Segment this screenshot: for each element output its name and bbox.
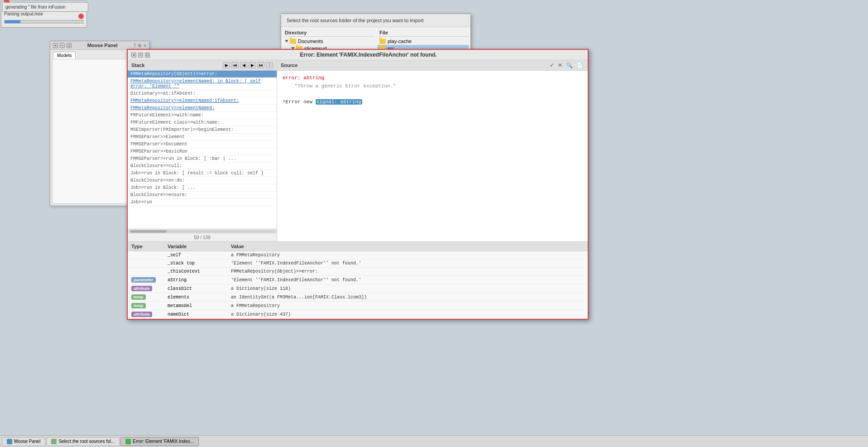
stack-item[interactable]: FMMSEParser>>Document (128, 141, 277, 148)
badge-attr-2: attribute (131, 312, 152, 317)
dir-item-documents[interactable]: Documents (283, 38, 374, 45)
badge-temp-2: temp (131, 303, 146, 308)
error-title: Error: Element 'FAMIX.IndexedFileAnchor'… (153, 52, 584, 58)
stack-scrollbar-thumb[interactable] (130, 230, 167, 233)
taskbar-icon-moose (7, 439, 12, 444)
source-search-btn[interactable]: 🔍 (565, 62, 574, 68)
error-max-btn[interactable]: □ (145, 53, 150, 58)
stack-item[interactable]: FMMetaRepository>>elementNamed: (128, 105, 277, 112)
source-highlight: signal: aString (316, 99, 362, 105)
variables-body: _self a FMMetaRepository _stack top 'Ele… (128, 251, 588, 319)
stack-item[interactable]: BlockClosure>>ensure: (128, 192, 277, 199)
progress-bar-2 (4, 20, 84, 24)
var-row: temp elements an IdentitySet(a FM3Meta..… (128, 293, 588, 302)
var-type: parameter (131, 277, 168, 283)
progress-close-btn-2[interactable] (78, 14, 84, 19)
stack-item[interactable]: Dictionary>>at:ifAbsent: (128, 90, 277, 97)
stack-item[interactable]: BlockClosure>>on:do: (128, 177, 277, 184)
source-panel: Source ✓ ✕ 🔍 📄 error: aString "Throw a g… (277, 60, 588, 241)
error-window: × − □ Error: Element 'FAMIX.IndexedFileA… (127, 49, 589, 320)
taskbar-moose-panel[interactable]: Moose Panel (2, 437, 45, 446)
badge-attr: attribute (131, 286, 152, 291)
stack-prev-btn[interactable]: ◀ (240, 62, 247, 68)
taskbar-error[interactable]: Error: Element 'FAMIX.Index... (120, 437, 199, 446)
variables-table: Type Variable Value _self a FMMetaReposi… (128, 241, 588, 319)
file-header: File (378, 29, 469, 37)
stack-label: Stack (131, 62, 144, 68)
stack-item[interactable]: FMFutureElement class>>with:name: (128, 119, 277, 126)
var-value: a FMMetaRepository (231, 253, 584, 258)
stack-scrollbar-horizontal[interactable] (128, 229, 277, 233)
var-row: _thisContext FMMetaRepository(Object)>>e… (128, 268, 588, 276)
file-item-play-cache[interactable]: play-cache (378, 38, 469, 45)
error-min-btn[interactable]: − (138, 53, 143, 58)
var-row: attribute classDict a Dictionary(size 11… (128, 284, 588, 293)
var-value: an IdentitySet(a FM3Meta...ion[FAMIX.Cla… (231, 295, 584, 300)
desktop: generating " file from inFusion Parsing … (0, 0, 868, 447)
tab-models[interactable]: Models (53, 52, 76, 59)
stack-header: Stack ▶ ⏮ ◀ ▶ ⏭ ⋮ (128, 60, 277, 71)
stack-item[interactable]: FMMSEParser>>basicRun (128, 148, 277, 155)
variables-header: Type Variable Value (128, 242, 588, 251)
error-body: Stack ▶ ⏮ ◀ ▶ ⏭ ⋮ FMMetaRepository(Objec… (128, 60, 588, 241)
stack-more-btn[interactable]: ⋮ (266, 62, 273, 68)
var-value: 'Element ''FAMIX.IndexedFileAnchor'' not… (231, 278, 584, 283)
error-win-buttons: × − □ (131, 53, 150, 58)
moose-max-btn[interactable]: □ (67, 43, 72, 48)
var-name: _thisContext (168, 269, 231, 274)
stack-item[interactable]: Job>>run in Block: [ ... (128, 184, 277, 192)
stack-run-btn[interactable]: ▶ (223, 62, 230, 68)
source-caret: ^Error new (283, 99, 316, 105)
moose-settings-btn[interactable]: ⚙ (138, 43, 142, 48)
moose-min-btn[interactable]: − (60, 43, 65, 48)
stack-panel: Stack ▶ ⏮ ◀ ▶ ⏭ ⋮ FMMetaRepository(Objec… (128, 60, 277, 241)
moose-help-btn[interactable]: ? (134, 43, 136, 48)
source-header: Source ✓ ✕ 🔍 📄 (277, 60, 588, 71)
var-row: parameter aString 'Element ''FAMIX.Index… (128, 276, 588, 284)
stack-item[interactable]: Job>>run in Block: [ result := block cul… (128, 170, 277, 177)
stack-list[interactable]: FMMetaRepository(Object)>>error: FMMetaR… (128, 71, 277, 229)
stack-item[interactable]: MSEImporter(FMImporter)>>beginElement: (128, 126, 277, 134)
var-type: attribute (131, 312, 168, 317)
source-error-text: error: aString (283, 75, 324, 81)
var-value: 'Element ''FAMIX.IndexedFileAnchor'' not… (231, 261, 584, 266)
stack-first-btn[interactable]: ⏮ (231, 62, 239, 68)
dir-header: Directory (283, 29, 374, 37)
expand-arrow (285, 40, 288, 43)
source-line-2: "Throw a generic Error exception." (283, 82, 582, 91)
taskbar-label-error: Error: Element 'FAMIX.Index... (133, 439, 194, 444)
taskbar-file-browser[interactable]: Select the root sources fol... (46, 437, 120, 446)
var-row: attribute nameDict a Dictionary(size 437… (128, 310, 588, 319)
stack-item[interactable]: FMMetaRepository>>elementNamed:ifAbsent: (128, 97, 277, 105)
source-doc-btn[interactable]: 📄 (575, 62, 584, 68)
moose-close-btn[interactable]: × (53, 43, 58, 48)
source-comment-text: "Throw a generic Error exception." (283, 83, 396, 89)
file-folder-icon-1 (379, 39, 386, 44)
var-type: temp (131, 294, 168, 300)
source-label: Source (281, 62, 297, 68)
taskbar-icon-folder (51, 439, 57, 444)
stack-item[interactable]: FMMSEParser>>Element (128, 134, 277, 141)
stack-item[interactable]: FMMetaRepository(Object)>>error: (128, 71, 277, 78)
moose-menu-btn[interactable]: ≡ (144, 43, 146, 48)
stack-item[interactable]: FMMetaRepository>>elementNamed: in Block… (128, 78, 277, 90)
progress-bar-fill-2 (5, 20, 20, 23)
var-col-var-header: Variable (168, 244, 231, 249)
file-browser-title: Select the root sources folder of the pr… (281, 14, 470, 27)
taskbar: Moose Panel Select the root sources fol.… (0, 435, 868, 447)
var-name: nameDict (168, 312, 231, 317)
var-type: attribute (131, 286, 168, 291)
stack-item[interactable]: BlockClosure>>cull: (128, 163, 277, 170)
stack-last-btn[interactable]: ⏭ (257, 62, 264, 68)
stack-item[interactable]: FMFutureElement>>with:name: (128, 112, 277, 119)
source-cancel-btn[interactable]: ✕ (557, 62, 563, 68)
var-name: aString (168, 278, 231, 283)
stack-next-btn[interactable]: ▶ (249, 62, 256, 68)
progress-title: generating " file from inFusion (2, 2, 88, 12)
var-col-val-header: Value (231, 244, 584, 249)
stack-item[interactable]: FMMSEParser>>run in Block: [ :bar | ... (128, 155, 277, 163)
source-accept-btn[interactable]: ✓ (549, 62, 555, 68)
win-buttons: × − □ (53, 43, 72, 48)
stack-item[interactable]: Job>>run (128, 199, 277, 206)
error-close-btn[interactable]: × (131, 53, 136, 58)
